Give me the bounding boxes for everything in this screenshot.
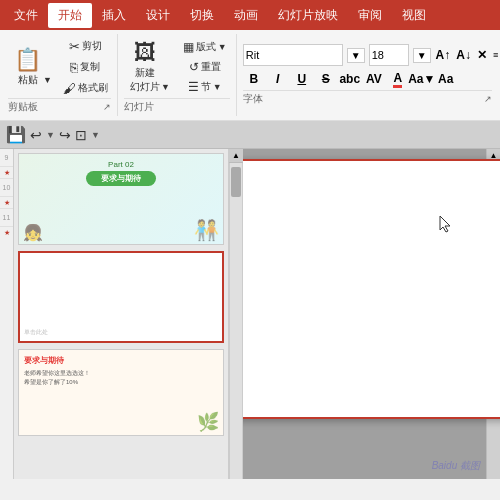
- slide-canvas[interactable]: [243, 159, 500, 419]
- slide10-content: 单击此处: [20, 253, 222, 341]
- font-expand-icon[interactable]: ↗: [484, 94, 492, 104]
- copy-button[interactable]: ⎘ 复制: [60, 58, 111, 77]
- layout-button[interactable]: ▦ 版式 ▼: [180, 38, 230, 56]
- left-ruler: 9 ★ 10 ★ 11 ★: [0, 149, 14, 479]
- menu-item-design[interactable]: 设计: [136, 3, 180, 28]
- menu-item-review[interactable]: 审阅: [348, 3, 392, 28]
- ruler-mark-star3: ★: [0, 227, 13, 239]
- format-painter-icon: 🖌: [63, 81, 76, 96]
- underline-button[interactable]: U: [291, 68, 313, 90]
- font-name-input[interactable]: [243, 44, 343, 66]
- fontsetting-button[interactable]: Aa: [435, 68, 457, 90]
- clear-format-button[interactable]: ✕: [476, 44, 488, 66]
- clipboard-expand-icon[interactable]: ↗: [103, 102, 111, 112]
- section-button[interactable]: ☰ 节 ▼: [180, 78, 230, 96]
- ruler-mark-star1: ★: [0, 167, 13, 179]
- copy-label: 复制: [80, 60, 100, 74]
- slide9-title-badge: 要求与期待: [86, 171, 156, 186]
- menu-bar: 文件 开始 插入 设计 切换 动画 幻灯片放映 审阅 视图: [0, 0, 500, 30]
- section-icon: ☰: [188, 80, 199, 94]
- undo-arrow: ▼: [46, 130, 55, 140]
- copy-icon: ⎘: [70, 60, 78, 75]
- slide-item-9[interactable]: Part 02 要求与期待 🧑‍🤝‍🧑 👧: [18, 153, 224, 245]
- paste-icon: 📋: [14, 47, 41, 73]
- slide9-deco: 🧑‍🤝‍🧑: [194, 218, 219, 242]
- slide9-content: Part 02 要求与期待 🧑‍🤝‍🧑 👧: [19, 154, 223, 244]
- qa-dropdown[interactable]: ▼: [91, 130, 100, 140]
- slide-item-10[interactable]: 单击此处: [18, 251, 224, 343]
- scroll-up-button[interactable]: ▲: [229, 149, 243, 163]
- format-painter-button[interactable]: 🖌 格式刷: [60, 79, 111, 98]
- slide-thumb-9: Part 02 要求与期待 🧑‍🤝‍🧑 👧: [18, 153, 224, 245]
- menu-item-animation[interactable]: 动画: [224, 3, 268, 28]
- paste-button[interactable]: 📋 粘贴 ▼: [8, 43, 58, 91]
- main-area: 9 ★ 10 ★ 11 ★ Part 02 要求与期待 🧑‍🤝‍🧑 👧: [0, 149, 500, 479]
- layout-icon: ▦: [183, 40, 194, 54]
- font-decrease-button[interactable]: A↓: [455, 44, 472, 66]
- paste-arrow[interactable]: ▼: [43, 75, 52, 85]
- reset-label: 重置: [201, 60, 221, 74]
- strikethrough-button[interactable]: S: [315, 68, 337, 90]
- fontcolor-button[interactable]: A: [387, 68, 409, 90]
- fontcolor-icon: A: [393, 71, 402, 88]
- section-label: 节: [201, 80, 211, 94]
- new-slide-icon: 🖼: [134, 40, 156, 66]
- slide-panel: Part 02 要求与期待 🧑‍🤝‍🧑 👧 单击此处 要求与期待: [14, 149, 229, 479]
- font-group-label: 字体: [243, 92, 263, 106]
- italic-button[interactable]: I: [267, 68, 289, 90]
- menu-item-slideshow[interactable]: 幻灯片放映: [268, 3, 348, 28]
- scroll-thumb[interactable]: [231, 167, 241, 197]
- panel-scrollbar[interactable]: ▲: [229, 149, 243, 479]
- ruler-mark-star2: ★: [0, 197, 13, 209]
- reset-button[interactable]: ↺ 重置: [180, 58, 230, 76]
- slide11-content: 要求与期待 老师希望你这里选选这！ 希望是你了解了10% 🌿: [19, 350, 223, 435]
- menu-item-insert[interactable]: 插入: [92, 3, 136, 28]
- menu-item-view[interactable]: 视图: [392, 3, 436, 28]
- menu-item-transition[interactable]: 切换: [180, 3, 224, 28]
- font-size-dropdown[interactable]: ▼: [413, 48, 431, 63]
- textsize-button[interactable]: Aa▼: [411, 68, 433, 90]
- font-increase-button[interactable]: A↑: [435, 44, 452, 66]
- new-slide-button[interactable]: 🖼 新建 幻灯片 ▼: [124, 36, 176, 98]
- ribbon: 文件 开始 插入 设计 切换 动画 幻灯片放映 审阅 视图 📋 粘贴 ▼: [0, 0, 500, 149]
- watermark: Baidu 截图: [432, 459, 480, 473]
- ruler-mark-11: 11: [0, 209, 13, 227]
- menu-item-home[interactable]: 开始: [48, 3, 92, 28]
- new-slide-arrow[interactable]: ▼: [161, 82, 170, 92]
- slide9-deco2: 👧: [23, 223, 43, 242]
- slide-item-11[interactable]: 要求与期待 老师希望你这里选选这！ 希望是你了解了10% 🌿: [18, 349, 224, 436]
- font-name-dropdown[interactable]: ▼: [347, 48, 365, 63]
- more-font-button[interactable]: ≡: [492, 44, 499, 66]
- bold-button[interactable]: B: [243, 68, 265, 90]
- font-group: ▼ ▼ A↑ A↓ ✕ ≡ B I U S abc AV A Aa▼ Aa: [237, 34, 498, 116]
- reset-icon: ↺: [189, 60, 199, 74]
- font-size-input[interactable]: [369, 44, 409, 66]
- clipboard-label: 剪贴板: [8, 100, 38, 114]
- paste-label: 粘贴: [18, 73, 38, 87]
- cut-icon: ✂: [69, 39, 80, 54]
- clipboard-group: 📋 粘贴 ▼ ✂ 剪切 ⎘ 复制 🖌 格: [2, 34, 118, 116]
- slide-thumb-11: 要求与期待 老师希望你这里选选这！ 希望是你了解了10% 🌿: [18, 349, 224, 436]
- layout-label: 版式: [196, 40, 216, 54]
- format-painter-label: 格式刷: [78, 81, 108, 95]
- extra-button[interactable]: ⊡: [75, 127, 87, 143]
- canvas-area: ▲ Baidu 截图: [243, 149, 500, 479]
- cut-button[interactable]: ✂ 剪切: [60, 37, 111, 56]
- save-button[interactable]: 💾: [6, 125, 26, 144]
- menu-item-file[interactable]: 文件: [4, 3, 48, 28]
- toolbar: 📋 粘贴 ▼ ✂ 剪切 ⎘ 复制 🖌 格: [0, 30, 500, 121]
- new-slide-label2: 幻灯片: [130, 80, 160, 94]
- slide-group-label: 幻灯片: [124, 100, 154, 114]
- slide10-placeholder-text: 单击此处: [24, 328, 48, 337]
- undo-button[interactable]: ↩: [30, 127, 42, 143]
- redo-button[interactable]: ↪: [59, 127, 71, 143]
- textshadow-button[interactable]: abc: [339, 68, 361, 90]
- slide-group: 🖼 新建 幻灯片 ▼ ▦ 版式 ▼ ↺ 重置: [118, 34, 237, 116]
- ruler-mark-10: 10: [0, 179, 13, 197]
- slide9-part-label: Part 02: [25, 160, 217, 169]
- slide11-title: 要求与期待: [24, 355, 218, 366]
- slide-thumb-10: 单击此处: [18, 251, 224, 343]
- cut-label: 剪切: [82, 39, 102, 53]
- slide11-line2: 希望是你了解了10%: [24, 378, 218, 387]
- spacing-button[interactable]: AV: [363, 68, 385, 90]
